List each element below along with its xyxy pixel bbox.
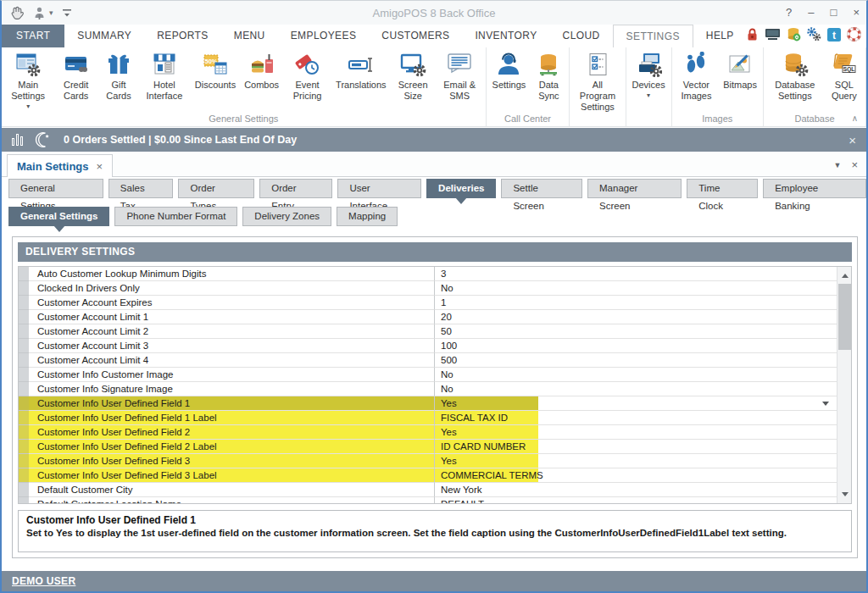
ribbon-data-sync-button[interactable]: Data Sync [530,49,567,102]
setting-row[interactable]: Customer Info User Defined Field 1Yes [19,396,837,411]
value-dropdown-icon[interactable] [822,402,829,409]
menu-tab-inventory[interactable]: INVENTORY [462,25,549,47]
menu-tab-customers[interactable]: CUSTOMERS [369,25,462,47]
setting-row[interactable]: Customer Account Limit 250 [19,324,837,339]
ribbon-screen-size-button[interactable]: Screen Size [391,49,436,102]
gears-icon[interactable] [807,27,821,42]
tab-mapping[interactable]: Mapping [337,207,398,226]
menu-tab-reports[interactable]: REPORTS [144,25,221,47]
user-pin-icon[interactable]: ▾ [34,7,53,19]
setting-value[interactable]: 500 [435,353,837,368]
tab-general-settings[interactable]: General Settings [8,207,109,226]
tab-order-entry[interactable]: Order Entry [259,179,332,198]
menu-tab-cloud[interactable]: CLOUD [550,25,613,47]
setting-row[interactable]: Customer Info Customer ImageNo [19,368,837,382]
ribbon-main-settings-button[interactable]: Main Settings ▾ [3,49,53,110]
setting-row[interactable]: Clocked In Drivers OnlyNo [19,281,837,296]
setting-row[interactable]: Customer Info User Defined Field 1 Label… [19,411,837,425]
setting-row[interactable]: Auto Customer Lookup Minimum Digits3 [19,267,837,281]
ribbon-hotel-interface-button[interactable]: Hotel Interface [138,49,191,102]
vertical-scrollbar[interactable] [837,267,851,503]
ribbon-vector-images-button[interactable]: Vector Images [674,49,720,102]
quick-access-toolbar-icon[interactable] [62,8,72,18]
setting-value[interactable]: 1 [435,296,837,310]
setting-row[interactable]: Default Customer Location NameDEFAULT [19,497,837,504]
ribbon-callcenter-settings-button[interactable]: Settings [488,49,531,91]
scroll-down-icon[interactable] [837,489,852,503]
setting-row[interactable]: Customer Info Signature ImageNo [19,382,837,396]
ribbon-all-program-settings-button[interactable]: All Program Settings [571,49,623,114]
ribbon-collapse-icon[interactable]: ∧ [852,114,858,123]
tab-phone-number-format[interactable]: Phone Number Format [114,207,237,226]
setting-row[interactable]: Customer Info User Defined Field 2 Label… [19,440,837,454]
tab-strip-close-icon[interactable]: × [851,158,858,171]
setting-value[interactable]: 3 [435,267,837,281]
tab-sales-tax[interactable]: Sales Tax [108,179,174,198]
close-button[interactable]: × [853,1,860,25]
hand-cursor-icon[interactable] [8,5,25,20]
minimize-button[interactable]: – [808,1,814,25]
scrollbar-thumb[interactable] [838,284,851,350]
setting-row[interactable]: Customer Info User Defined Field 2Yes [19,425,837,440]
tab-time-clock[interactable]: Time Clock [687,179,758,198]
maximize-button[interactable]: □ [831,1,837,25]
ribbon-event-pricing-button[interactable]: Event Pricing [283,49,331,102]
tab-list-dropdown-icon[interactable]: ▼ [833,161,841,169]
setting-value[interactable]: No [435,382,837,396]
ribbon-email-sms-button[interactable]: Email & SMS [436,49,484,102]
support-lifesaver-icon[interactable] [847,27,861,42]
ribbon-discounts-button[interactable]: 50% Discounts [191,49,240,91]
menu-tab-settings[interactable]: SETTINGS [613,25,693,47]
setting-value[interactable]: FISCAL TAX ID [435,411,837,425]
setting-value[interactable]: Yes [435,454,837,468]
ribbon-bitmaps-button[interactable]: Bitmaps [719,49,761,91]
menu-tab-summary[interactable]: SUMMARY [64,25,144,47]
lock-icon[interactable] [746,27,759,42]
computer-icon[interactable] [765,28,781,41]
setting-value[interactable]: COMMERCIAL TERMS [435,468,837,483]
setting-value[interactable]: 50 [435,324,837,339]
setting-row[interactable]: Customer Account Limit 4500 [19,353,837,368]
setting-row[interactable]: Customer Info User Defined Field 3 Label… [19,468,837,483]
setting-value[interactable]: ID CARD NUMBER [435,440,837,454]
ribbon-translations-button[interactable]: Translations [331,49,391,91]
setting-value[interactable]: 20 [435,310,837,324]
setting-value[interactable]: No [435,281,837,296]
document-tab-close-icon[interactable]: × [97,160,103,173]
tab-order-types[interactable]: Order Types [178,179,254,198]
setting-row[interactable]: Customer Info User Defined Field 3Yes [19,454,837,468]
scroll-up-icon[interactable] [837,267,852,281]
current-user-link[interactable]: DEMO USER [12,575,75,587]
document-tab-main-settings[interactable]: Main Settings × [7,154,113,177]
alert-close-icon[interactable]: × [849,133,856,147]
ribbon-credit-cards-button[interactable]: Credit Cards [53,49,99,102]
setting-row[interactable]: Customer Account Expires1 [19,296,837,310]
setting-value[interactable]: DEFAULT [435,497,837,504]
setting-row[interactable]: Customer Account Limit 120 [19,310,837,324]
database-sync-icon[interactable] [787,27,801,42]
setting-value[interactable]: Yes [435,425,837,440]
tab-user-interface[interactable]: User Interface [337,179,421,198]
setting-value[interactable]: New York [435,483,837,497]
ribbon-combos-button[interactable]: Combos [240,49,283,91]
menu-tab-start[interactable]: START [2,25,64,47]
setting-value[interactable]: No [435,368,837,382]
setting-value[interactable]: Yes [435,396,837,411]
setting-row[interactable]: Customer Account Limit 3100 [19,339,837,353]
setting-row[interactable]: Default Customer CityNew York [19,483,837,497]
tab-delivery-zones[interactable]: Delivery Zones [242,207,331,226]
menu-tab-help[interactable]: HELP [693,25,747,47]
end-of-day-moon-icon[interactable] [35,131,52,148]
ribbon-sql-query-button[interactable]: SQL SQL Query [825,49,864,102]
help-button[interactable]: ? [786,1,792,25]
menu-tab-employees[interactable]: EMPLOYEES [278,25,370,47]
twitter-icon[interactable]: t [827,28,841,42]
ribbon-devices-button[interactable]: Devices ▾ [628,49,670,99]
menu-tab-menu[interactable]: MENU [221,25,278,47]
tab-manager-screen[interactable]: Manager Screen [587,179,682,198]
ribbon-database-settings-button[interactable]: Database Settings [765,49,825,102]
setting-value[interactable]: 100 [435,339,837,353]
tab-general-settings[interactable]: General Settings [8,179,103,198]
tab-deliveries[interactable]: Deliveries [426,179,496,198]
tab-employee-banking[interactable]: Employee Banking [763,179,866,198]
